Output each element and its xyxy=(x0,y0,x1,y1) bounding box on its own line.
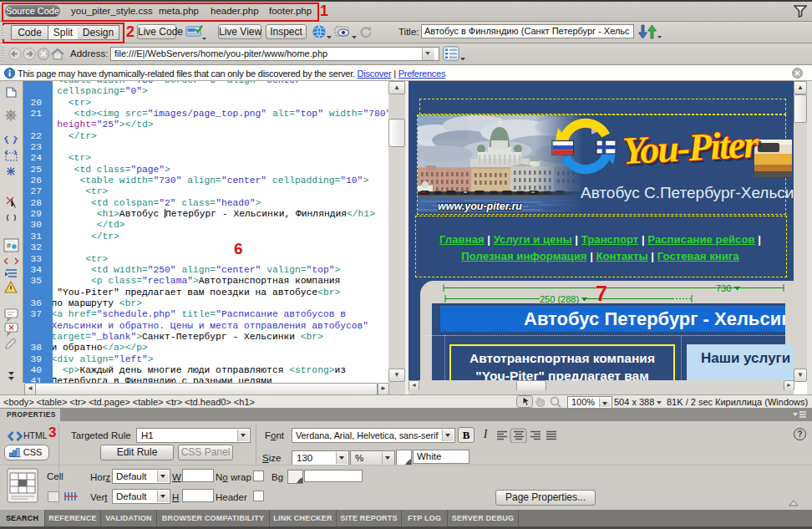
svg-text:730: 730 xyxy=(716,283,731,293)
svg-text:#: # xyxy=(7,242,11,250)
svg-text:www.you-piter.ru: www.you-piter.ru xyxy=(438,201,522,212)
svg-text:You-Piter: You-Piter xyxy=(622,123,760,173)
svg-text:Автобус С.Петербург-Хельсинки: Автобус С.Петербург-Хельсинки xyxy=(581,184,794,201)
